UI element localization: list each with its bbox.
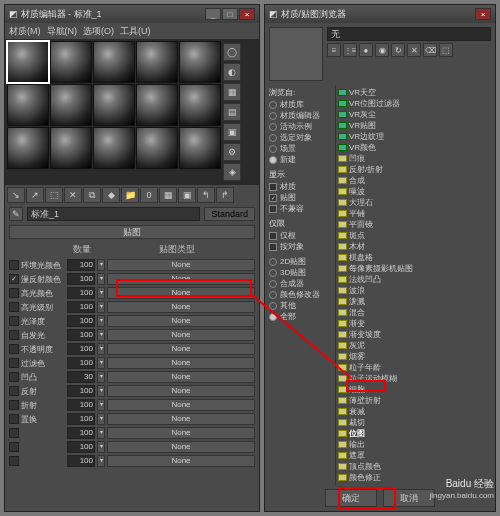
browse-from-radio[interactable]: 材质编辑器 <box>269 110 331 121</box>
sample-slot[interactable] <box>136 41 178 83</box>
category-radio[interactable]: 颜色修改器 <box>269 289 331 300</box>
tree-item[interactable]: 平铺 <box>338 208 493 219</box>
sample-type-icon[interactable]: ◯ <box>223 43 241 61</box>
show-checkbox[interactable]: ✓贴图 <box>269 192 331 203</box>
map-enable-checkbox[interactable] <box>9 442 19 452</box>
map-slot-button[interactable]: None <box>107 329 255 341</box>
browse-from-radio[interactable]: 活动示例 <box>269 121 331 132</box>
minimize-button[interactable]: _ <box>205 8 221 20</box>
make-copy-icon[interactable]: ⧉ <box>83 187 101 203</box>
map-slot-button[interactable]: None <box>107 287 255 299</box>
map-amount-spinner[interactable]: ▾ <box>97 343 105 355</box>
sample-slot[interactable] <box>50 41 92 83</box>
browse-from-radio[interactable]: 场景 <box>269 143 331 154</box>
browse-from-radio[interactable]: 新建 <box>269 154 331 165</box>
make-unique-icon[interactable]: ◆ <box>102 187 120 203</box>
cancel-button[interactable]: 取消 <box>383 489 435 507</box>
map-slot-button[interactable]: None <box>107 413 255 425</box>
put-material-icon[interactable]: ↗ <box>26 187 44 203</box>
tree-item[interactable]: 木材 <box>338 241 493 252</box>
category-radio[interactable]: 2D贴图 <box>269 256 331 267</box>
map-enable-checkbox[interactable] <box>9 372 19 382</box>
tree-item[interactable]: 渐变坡度 <box>338 329 493 340</box>
map-enable-checkbox[interactable]: ✓ <box>9 274 19 284</box>
only-checkbox[interactable]: 仅根 <box>269 230 331 241</box>
go-parent-icon[interactable]: ↰ <box>197 187 215 203</box>
material-id-icon[interactable]: 0 <box>140 187 158 203</box>
tree-item[interactable]: VR颜色 <box>338 142 493 153</box>
delete-icon[interactable]: ✕ <box>407 43 421 57</box>
map-enable-checkbox[interactable] <box>9 358 19 368</box>
large-icons-icon[interactable]: ◉ <box>375 43 389 57</box>
pick-material-icon[interactable]: ✎ <box>9 207 23 221</box>
sample-slot[interactable] <box>7 84 49 126</box>
list+icons-icon[interactable]: ⋮≡ <box>343 43 357 57</box>
menu-navigation[interactable]: 导航(N) <box>47 25 78 38</box>
map-amount-spinner[interactable]: ▾ <box>97 399 105 411</box>
map-amount-spinner[interactable]: ▾ <box>97 357 105 369</box>
material-maker-icon[interactable]: ◈ <box>223 163 241 181</box>
map-slot-button[interactable]: None <box>107 371 255 383</box>
menu-material[interactable]: 材质(M) <box>9 25 41 38</box>
map-amount-field[interactable]: 100 <box>67 413 95 425</box>
map-amount-field[interactable]: 100 <box>67 385 95 397</box>
category-radio[interactable]: 3D贴图 <box>269 267 331 278</box>
tree-item[interactable]: 波浪 <box>338 285 493 296</box>
tree-item[interactable]: 渐变 <box>338 318 493 329</box>
map-enable-checkbox[interactable] <box>9 414 19 424</box>
map-amount-spinner[interactable]: ▾ <box>97 441 105 453</box>
map-amount-spinner[interactable]: ▾ <box>97 287 105 299</box>
titlebar[interactable]: ◩ 材质/贴图浏览器 × <box>265 5 495 23</box>
map-amount-field[interactable]: 100 <box>67 301 95 313</box>
list-view-icon[interactable]: ≡ <box>327 43 341 57</box>
tree-item[interactable]: 凹痕 <box>338 153 493 164</box>
map-enable-checkbox[interactable] <box>9 428 19 438</box>
ok-button[interactable]: 确定 <box>325 489 377 507</box>
reset-map-icon[interactable]: ✕ <box>64 187 82 203</box>
sample-slot[interactable] <box>93 127 135 169</box>
material-type-button[interactable]: Standard <box>204 207 255 221</box>
map-amount-spinner[interactable]: ▾ <box>97 301 105 313</box>
sample-slot[interactable] <box>50 127 92 169</box>
close-button[interactable]: × <box>239 8 255 20</box>
map-amount-field[interactable]: 100 <box>67 259 95 271</box>
map-enable-checkbox[interactable] <box>9 456 19 466</box>
sample-slot[interactable] <box>93 84 135 126</box>
tree-item[interactable]: 裁切 <box>338 417 493 428</box>
map-enable-checkbox[interactable] <box>9 330 19 340</box>
map-slot-button[interactable]: None <box>107 427 255 439</box>
map-amount-field[interactable]: 100 <box>67 273 95 285</box>
map-amount-spinner[interactable]: ▾ <box>97 273 105 285</box>
show-end-result-icon[interactable]: ▣ <box>178 187 196 203</box>
browse-from-radio[interactable]: 选定对象 <box>269 132 331 143</box>
tree-item[interactable]: VR边纹理 <box>338 131 493 142</box>
sample-slot[interactable] <box>50 84 92 126</box>
video-check-icon[interactable]: ▣ <box>223 123 241 141</box>
tree-item[interactable]: 斑点 <box>338 230 493 241</box>
show-map-icon[interactable]: ▦ <box>159 187 177 203</box>
map-enable-checkbox[interactable] <box>9 260 19 270</box>
small-icons-icon[interactable]: ● <box>359 43 373 57</box>
sample-slot[interactable] <box>7 127 49 169</box>
tree-item[interactable]: 法线凹凸 <box>338 274 493 285</box>
map-amount-field[interactable]: 100 <box>67 287 95 299</box>
background-icon[interactable]: ▦ <box>223 83 241 101</box>
tree-item[interactable]: 输出 <box>338 439 493 450</box>
map-amount-field[interactable]: 100 <box>67 357 95 369</box>
map-amount-field[interactable]: 30 <box>67 371 95 383</box>
tree-item[interactable]: 位图 <box>338 428 493 439</box>
map-tree[interactable]: VR天空VR位图过滤器VR灰尘VR贴图VR边纹理VR颜色凹痕反射/折射合成噪波大… <box>336 85 495 485</box>
map-amount-field[interactable]: 100 <box>67 329 95 341</box>
map-enable-checkbox[interactable] <box>9 288 19 298</box>
tree-item[interactable]: 噪波 <box>338 186 493 197</box>
clear-icon[interactable]: ⌫ <box>423 43 437 57</box>
sample-slot[interactable] <box>179 41 221 83</box>
tree-item[interactable]: VR贴图 <box>338 120 493 131</box>
show-checkbox[interactable]: 材质 <box>269 181 331 192</box>
menu-tools[interactable]: 工具(U) <box>120 25 151 38</box>
tree-item[interactable]: 遮罩 <box>338 450 493 461</box>
tree-item[interactable]: VR灰尘 <box>338 109 493 120</box>
map-amount-spinner[interactable]: ▾ <box>97 427 105 439</box>
map-amount-spinner[interactable]: ▾ <box>97 259 105 271</box>
map-amount-spinner[interactable]: ▾ <box>97 455 105 467</box>
